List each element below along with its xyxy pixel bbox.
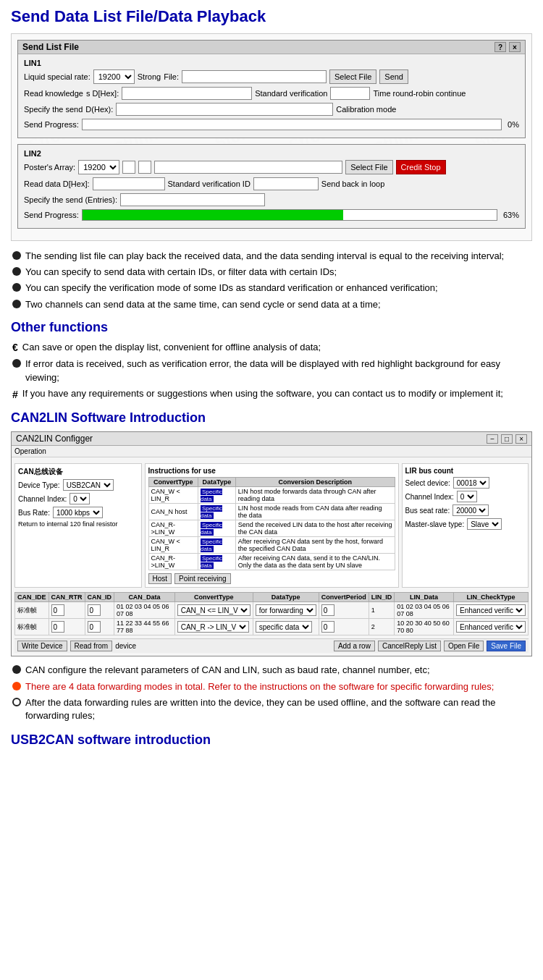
send-btn1[interactable]: Send <box>379 69 408 84</box>
can2lin-window-title: CAN2LIN Configger <box>16 434 93 444</box>
select-file-btn2[interactable]: Select File <box>345 160 392 174</box>
bullet-dot-icon <box>12 682 21 690</box>
bullet-text: You can specify to send data with certai… <box>25 266 337 279</box>
select-file-btn1[interactable]: Select File <box>329 69 376 84</box>
send-back-label: Send back in loop <box>321 179 384 188</box>
can-id-input2[interactable] <box>88 621 101 633</box>
data-type-select[interactable]: for forwarding <box>256 604 316 616</box>
ct2: CAN_N host <box>148 504 198 520</box>
bus-seat-select[interactable]: 20000 <box>452 504 489 516</box>
d-hex-input[interactable] <box>122 87 252 100</box>
cancel-reply-btn[interactable]: CancelReply List <box>378 641 441 651</box>
open-file-btn[interactable]: Open File <box>444 641 484 651</box>
read-knowledge-label: Read knowledge <box>24 89 83 98</box>
other-functions-title: Other functions <box>11 320 532 335</box>
cell-lin-id: 2 <box>369 619 395 635</box>
credit-stop-btn[interactable]: Credit Stop <box>396 160 446 174</box>
data-type-header: DataType <box>198 478 235 487</box>
dialog2-col2[interactable]: 1 <box>122 161 135 174</box>
desc2: LIN host mode reads from CAN data after … <box>235 504 395 520</box>
convert-type-select2[interactable]: CAN_R -> LIN_V <box>177 621 249 633</box>
col-can-data: CAN_Data <box>114 593 175 602</box>
dt3: Specific data <box>198 520 235 537</box>
dialog2-col3[interactable] <box>138 161 151 174</box>
channel-index-select[interactable]: 0 <box>70 493 90 504</box>
can-id-input[interactable] <box>88 604 101 616</box>
lin-check-select2[interactable]: Enhanced verific <box>456 621 526 633</box>
file-label: File: <box>164 72 179 81</box>
d-hex2-input[interactable] <box>116 103 333 116</box>
r-channel-label: Channel Index: <box>405 493 454 501</box>
minimize-btn[interactable]: − <box>487 434 498 444</box>
close-btn[interactable]: × <box>515 434 527 444</box>
can2lin-screenshot: CAN2LIN Configger − □ × Operation CAN总线设… <box>11 431 532 656</box>
write-device-btn[interactable]: Write Device <box>17 641 67 651</box>
can-rtr-input[interactable] <box>51 604 64 616</box>
save-file-btn[interactable]: Save File <box>487 641 526 651</box>
device-type-row: Device Type: USB2CAN <box>18 479 138 491</box>
strong-label: Strong <box>138 72 161 81</box>
lin-check-select[interactable]: Enhanced verific <box>456 604 526 616</box>
d-hex2-label: D(Hex): <box>85 105 113 114</box>
progress-bar1 <box>82 119 502 130</box>
add-row-btn[interactable]: Add a row <box>334 641 375 651</box>
send-enter-input[interactable]: 00 01 02 03 12 <box>120 193 265 206</box>
dialog1-row2: Read knowledge s D[Hex]: Standard verifi… <box>24 87 519 100</box>
bus-rate-row: Bus Rate: 1000 kbps <box>18 507 138 518</box>
dialog2-filepath[interactable]: C:/Program Files/USB2CXX/USB2CXX Softwar… <box>154 161 342 174</box>
resistor-label: Return to internal 120 final resistor <box>18 520 138 528</box>
select-device-select[interactable]: 00018 <box>453 477 489 489</box>
inst-row: CAN_R->LIN_W Specific data After receivi… <box>148 554 395 570</box>
dt4: Specific data <box>198 537 235 554</box>
device-type-select[interactable]: USB2CAN <box>63 479 114 491</box>
send-enter-label: Specify the send (Entries): <box>24 195 117 204</box>
progress-label2: 63% <box>503 211 519 219</box>
host-btn[interactable]: Host <box>148 573 172 584</box>
point-receiving-btn[interactable]: Point receiving <box>174 573 231 584</box>
read-from-btn[interactable]: Read from <box>70 641 113 651</box>
can2lin-titlebar: CAN2LIN Configger − □ × <box>12 432 531 446</box>
can2lin-body: CAN总线设备 Device Type: USB2CAN Channel Ind… <box>12 457 531 656</box>
dialog2-speed-select[interactable]: 19200 <box>78 160 119 174</box>
d-hex-label: s D[Hex]: <box>86 89 119 98</box>
right-panel-title: LIR bus count <box>405 467 526 475</box>
r-channel-select[interactable]: 0 <box>457 491 477 502</box>
operation-label: Operation <box>14 447 46 455</box>
convert-period-input[interactable] <box>321 604 334 616</box>
bus-rate-select[interactable]: 1000 kbps <box>53 507 103 518</box>
dialog1-help-btn[interactable]: ? <box>494 42 506 52</box>
cell-can-id <box>85 602 114 619</box>
read-data-input[interactable] <box>93 177 165 190</box>
bullet-item: After the data forwarding rules are writ… <box>12 696 532 722</box>
can-rtr-input2[interactable] <box>51 621 64 633</box>
desc3: Send the received LIN data to the host a… <box>235 520 395 537</box>
bullet-text: You can specify the verification mode of… <box>25 282 438 295</box>
device-label-footer: device <box>115 642 136 650</box>
bullet-item: Two channels can send data at the same t… <box>12 298 532 311</box>
data-type-select2[interactable]: specific data <box>256 621 312 633</box>
bullet-item: You can specify to send data with certai… <box>12 266 532 279</box>
dialog1-close-btn[interactable]: × <box>509 42 521 52</box>
send-progress-label1: Send Progress: <box>24 120 79 129</box>
data-table: CAN_IDE CAN_RTR CAN_ID CAN_Data ConvertT… <box>14 592 529 635</box>
maximize-btn[interactable]: □ <box>501 434 513 444</box>
file-input[interactable]: ? <box>182 70 327 83</box>
verify-id-input[interactable]: 3C 3D 3E 3F <box>253 177 319 190</box>
bullet-text: After the data forwarding rules are writ… <box>25 696 532 722</box>
convert-period-input2[interactable] <box>321 621 334 633</box>
cell-lin-data: 01 02 03 04 05 06 07 08 <box>395 602 454 619</box>
progress-bar2-fill <box>83 210 343 220</box>
convert-type-select[interactable]: CAN_N <= LIN_V <box>177 604 251 616</box>
dialog1-row3: Specify the send D(Hex): Calibration mod… <box>24 103 519 116</box>
col-convert-period: ConvertPeriod <box>319 593 369 602</box>
cell-can-id <box>85 619 114 635</box>
liquid-rate-select[interactable]: 19200 <box>93 69 135 84</box>
verify-input[interactable]: 1A 10 3A 5M <box>330 87 370 100</box>
bus-seat-row: Bus seat rate: 20000 <box>405 504 526 516</box>
right-panel: LIR bus count Select device: 00018 Chann… <box>402 463 529 588</box>
lin2-label: LIN2 <box>24 149 519 158</box>
master-slave-select[interactable]: Slave <box>467 518 502 530</box>
bullet-item: If error data is received, such as verif… <box>12 358 532 384</box>
cell-convert-type: CAN_N <= LIN_V <box>174 602 253 619</box>
cell-data-type: specific data <box>253 619 319 635</box>
